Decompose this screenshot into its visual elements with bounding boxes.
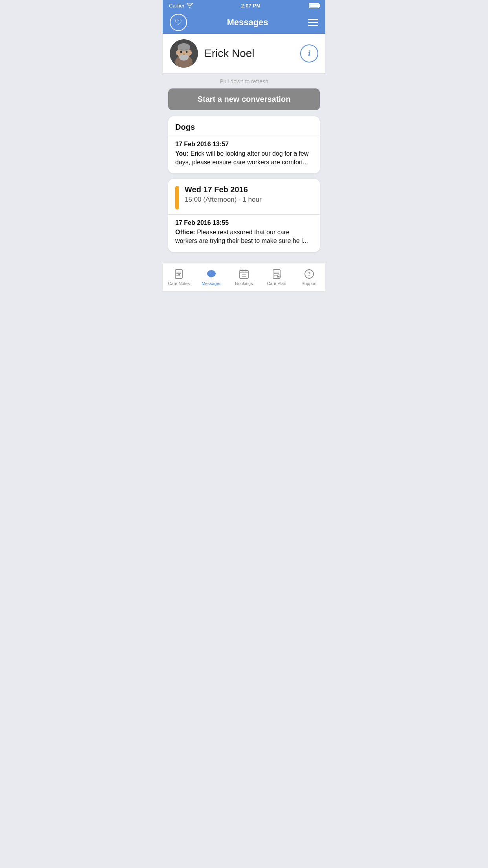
wifi-icon [187,3,193,8]
message-text-dogs: Erick will be looking after our dog for … [175,150,308,166]
patient-name: Erick Noel [204,47,300,60]
svg-point-7 [179,54,189,61]
avatar [170,39,198,68]
menu-line-2 [308,22,318,23]
tab-care-plan[interactable]: Care Plan [260,263,293,291]
battery-icon [309,3,319,8]
status-bar: Carrier 2:07 PM [163,0,325,11]
menu-button[interactable] [308,19,318,26]
nav-bar: ♡ Messages [163,11,325,34]
tab-messages-label: Messages [202,281,221,286]
info-button[interactable]: i [300,44,318,63]
svg-point-15 [207,270,216,277]
card-title-dogs: Dogs [175,123,313,132]
messages-icon [206,268,217,280]
appointment-info: Wed 17 Feb 2016 15:00 (Afternoon) - 1 ho… [185,185,313,204]
card-message-dogs: You: Erick will be looking after our dog… [175,149,313,167]
svg-rect-11 [175,270,182,278]
svg-rect-17 [240,270,248,278]
card-date-dogs: 17 Feb 2016 13:57 [175,141,313,148]
care-notes-icon [173,268,184,280]
svg-point-4 [178,43,190,51]
page-title: Messages [227,17,268,28]
svg-text:?: ? [308,271,310,277]
svg-point-6 [189,50,192,55]
card-divider-2 [168,214,320,215]
tab-support[interactable]: ? Support [293,263,325,291]
tab-messages[interactable]: Messages [195,263,228,291]
tab-bookings[interactable]: Bookings [228,263,261,291]
carrier-text: Carrier [169,3,193,9]
message-text-appointment: Please rest assured that our care worker… [175,229,308,244]
svg-point-5 [176,50,179,55]
menu-line-1 [308,19,318,20]
profile-header: Erick Noel i [163,34,325,74]
avatar-image [170,39,198,68]
main-content: Pull down to refresh Start a new convers… [163,74,325,263]
conversation-card-appointment[interactable]: Wed 17 Feb 2016 15:00 (Afternoon) - 1 ho… [168,179,320,252]
app-logo[interactable]: ♡ [170,14,187,31]
svg-point-8 [180,51,182,53]
svg-point-10 [183,53,185,55]
heart-icon: ♡ [174,18,182,27]
appointment-time: 15:00 (Afternoon) - 1 hour [185,196,313,204]
tab-care-plan-label: Care Plan [267,281,286,286]
card-message-appointment: Office: Please rest assured that our car… [175,228,313,246]
tab-support-label: Support [301,281,317,286]
appointment-bar [175,186,179,210]
tab-bar: Care Notes Messages Bookings C [163,263,325,291]
time-display: 2:07 PM [241,3,261,9]
menu-line-3 [308,25,318,26]
appointment-row: Wed 17 Feb 2016 15:00 (Afternoon) - 1 ho… [175,185,313,210]
card-date-appointment: 17 Feb 2016 13:55 [175,219,313,226]
support-icon: ? [304,268,315,280]
message-sender-appointment: Office: [175,229,195,235]
card-divider-1 [168,136,320,136]
info-icon: i [308,48,310,59]
new-conversation-button[interactable]: Start a new conversation [168,88,320,110]
tab-care-notes[interactable]: Care Notes [163,263,195,291]
conversation-card-dogs[interactable]: Dogs 17 Feb 2016 13:57 You: Erick will b… [168,116,320,173]
carrier-label: Carrier [169,3,185,9]
bookings-icon [238,268,250,280]
tab-bookings-label: Bookings [235,281,253,286]
tab-care-notes-label: Care Notes [168,281,190,286]
pull-to-refresh-hint: Pull down to refresh [168,74,320,88]
message-sender-dogs: You: [175,150,189,157]
svg-point-9 [186,51,188,53]
care-plan-icon [271,268,282,280]
appointment-day: Wed 17 Feb 2016 [185,185,313,194]
